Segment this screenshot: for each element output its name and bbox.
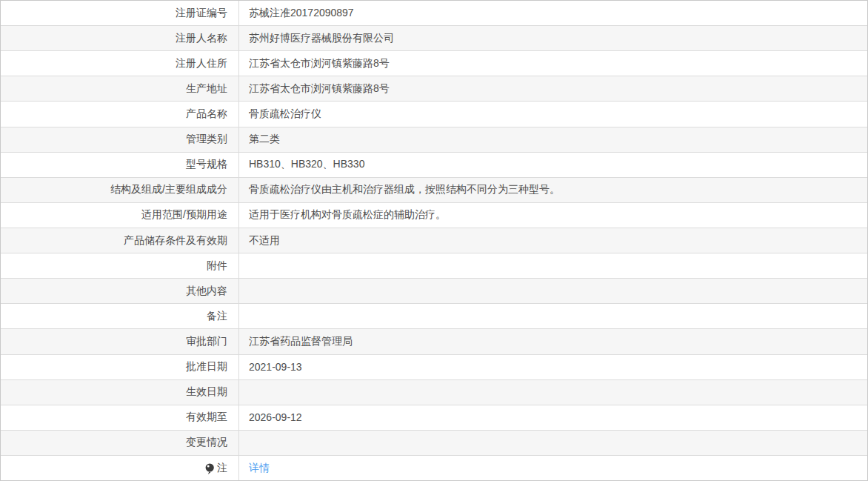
row-label: 附件: [1, 253, 239, 278]
row-value: [239, 304, 867, 328]
row-label-text: 注册证编号: [176, 7, 227, 20]
row-value-text: 苏械注准20172090897: [249, 7, 354, 20]
row-label-text: 注: [217, 462, 227, 475]
row-value: 2021-09-13: [239, 355, 867, 379]
table-row: 型号规格 HB310、HB320、HB330: [1, 153, 867, 178]
row-label: 注册人名称: [1, 26, 239, 50]
row-value: 江苏省药品监督管理局: [239, 329, 867, 354]
row-label-text: 审批部门: [186, 335, 227, 348]
row-value: HB310、HB320、HB330: [239, 153, 867, 177]
row-label-text: 产品名称: [186, 107, 227, 121]
table-row: 注册人住所 江苏省太仓市浏河镇紫藤路8号: [1, 51, 867, 76]
row-label-text: 适用范围/预期用途: [141, 208, 227, 222]
row-label: 其他内容: [1, 279, 239, 303]
table-row: 有效期至 2026-09-12: [1, 405, 867, 431]
row-value-text: 江苏省太仓市浏河镇紫藤路8号: [249, 57, 390, 70]
row-value: 骨质疏松治疗仪由主机和治疗器组成，按照结构不同分为三种型号。: [239, 178, 867, 202]
row-value: [239, 380, 867, 405]
row-label: 审批部门: [1, 329, 239, 354]
row-label-text: 生产地址: [186, 82, 227, 96]
balloon-icon: [205, 463, 215, 475]
table-row: 变更情况: [1, 431, 867, 456]
row-value: [239, 253, 867, 278]
table-row: 生产地址 江苏省太仓市浏河镇紫藤路8号: [1, 76, 867, 102]
row-label-text: 生效日期: [186, 385, 227, 399]
row-label: 有效期至: [1, 405, 239, 430]
table-row: 适用范围/预期用途 适用于医疗机构对骨质疏松症的辅助治疗。: [1, 203, 867, 228]
row-label-text: 注册人住所: [176, 57, 227, 70]
table-row: 审批部门 江苏省药品监督管理局: [1, 329, 867, 354]
row-value-text: 骨质疏松治疗仪由主机和治疗器组成，按照结构不同分为三种型号。: [249, 183, 560, 196]
table-row: 注册证编号 苏械注准20172090897: [1, 1, 867, 26]
row-label-text: 型号规格: [186, 158, 227, 171]
table-row: 备注: [1, 304, 867, 329]
table-row: 注 详情: [1, 456, 867, 480]
row-value: 江苏省太仓市浏河镇紫藤路8号: [239, 76, 867, 101]
table-row: 管理类别 第二类: [1, 127, 867, 153]
table-row: 附件: [1, 253, 867, 279]
row-label: 生效日期: [1, 380, 239, 405]
table-row: 其他内容: [1, 279, 867, 304]
row-label-text: 管理类别: [186, 133, 227, 146]
row-label: 产品名称: [1, 102, 239, 126]
row-value: 骨质疏松治疗仪: [239, 102, 867, 126]
row-value: 苏械注准20172090897: [239, 1, 867, 25]
row-label-text: 结构及组成/主要组成成分: [110, 183, 227, 196]
row-value-text: 适用于医疗机构对骨质疏松症的辅助治疗。: [249, 208, 446, 222]
row-value-text: 2026-09-12: [249, 411, 302, 423]
row-label-text: 备注: [207, 310, 227, 323]
table-row: 产品储存条件及有效期 不适用: [1, 228, 867, 253]
row-label: 注册证编号: [1, 1, 239, 25]
row-value: 江苏省太仓市浏河镇紫藤路8号: [239, 51, 867, 76]
row-label: 生产地址: [1, 76, 239, 101]
row-label-text: 附件: [207, 259, 227, 273]
row-value-text: HB310、HB320、HB330: [249, 158, 364, 171]
table-row: 结构及组成/主要组成成分 骨质疏松治疗仪由主机和治疗器组成，按照结构不同分为三种…: [1, 178, 867, 203]
row-label-text: 有效期至: [186, 411, 227, 424]
row-label: 结构及组成/主要组成成分: [1, 178, 239, 202]
row-label-text: 其他内容: [186, 285, 227, 298]
row-value: 不适用: [239, 228, 867, 253]
table-row: 生效日期: [1, 380, 867, 405]
table-row: 产品名称 骨质疏松治疗仪: [1, 102, 867, 127]
details-link[interactable]: 详情: [249, 462, 270, 475]
row-value-text: 江苏省太仓市浏河镇紫藤路8号: [249, 82, 390, 96]
row-value-text: 第二类: [249, 133, 280, 146]
row-label: 注册人住所: [1, 51, 239, 76]
row-label-text: 批准日期: [186, 360, 227, 374]
table-row: 批准日期 2021-09-13: [1, 355, 867, 380]
row-value-text: 骨质疏松治疗仪: [249, 107, 321, 121]
row-label: 产品储存条件及有效期: [1, 228, 239, 253]
row-label: 注: [1, 456, 239, 480]
row-value: [239, 279, 867, 303]
table-row: 注册人名称 苏州好博医疗器械股份有限公司: [1, 26, 867, 51]
row-value: 苏州好博医疗器械股份有限公司: [239, 26, 867, 50]
row-label: 型号规格: [1, 153, 239, 177]
row-value: 第二类: [239, 127, 867, 152]
row-label-text: 产品储存条件及有效期: [124, 234, 227, 248]
row-label: 变更情况: [1, 431, 239, 455]
row-label: 适用范围/预期用途: [1, 203, 239, 228]
row-label-text: 变更情况: [186, 436, 227, 449]
registration-table: 注册证编号 苏械注准20172090897 注册人名称 苏州好博医疗器械股份有限…: [0, 0, 868, 481]
row-label: 备注: [1, 304, 239, 328]
row-value-text: 苏州好博医疗器械股份有限公司: [249, 32, 394, 45]
row-value-text: 不适用: [249, 234, 280, 248]
row-value: 详情: [239, 456, 867, 480]
row-value: 适用于医疗机构对骨质疏松症的辅助治疗。: [239, 203, 867, 228]
row-label: 管理类别: [1, 127, 239, 152]
row-label: 批准日期: [1, 355, 239, 379]
row-value: 2026-09-12: [239, 405, 867, 430]
row-label-text: 注册人名称: [176, 32, 227, 45]
row-value-text: 2021-09-13: [249, 361, 302, 373]
row-value-text: 江苏省药品监督管理局: [249, 335, 353, 348]
row-value: [239, 431, 867, 455]
